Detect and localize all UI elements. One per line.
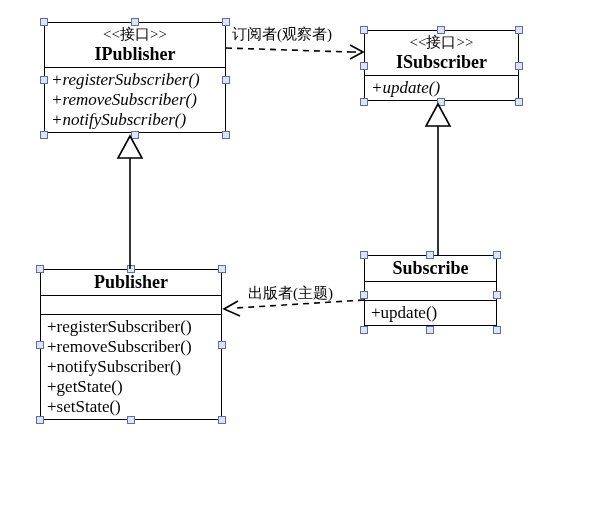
selection-handle — [131, 131, 139, 139]
selection-handle — [222, 131, 230, 139]
selection-handle — [218, 341, 226, 349]
operation: +notifySubscriber() — [51, 110, 219, 130]
selection-handle — [127, 416, 135, 424]
selection-handle — [360, 326, 368, 334]
selection-handle — [515, 98, 523, 106]
class-name: IPublisher — [51, 44, 219, 65]
class-ipublisher[interactable]: <<接口>> IPublisher +registerSubscriber() … — [44, 22, 226, 133]
diagram-canvas: <<接口>> IPublisher +registerSubscriber() … — [0, 0, 602, 519]
selection-handle — [360, 62, 368, 70]
operations: +update() — [365, 75, 518, 100]
selection-handle — [218, 265, 226, 273]
selection-handle — [40, 18, 48, 26]
attributes — [41, 295, 221, 314]
operation: +registerSubscriber() — [51, 70, 219, 90]
operation: +removeSubscriber() — [51, 90, 219, 110]
class-name: Publisher — [47, 272, 215, 293]
edge-publisher-realizes-ipublisher — [118, 136, 142, 269]
class-isubscriber[interactable]: <<接口>> ISubscriber +update() — [364, 30, 519, 101]
selection-handle — [218, 416, 226, 424]
edge-subscribe-realizes-isubscriber — [426, 104, 450, 255]
selection-handle — [222, 18, 230, 26]
selection-handle — [360, 98, 368, 106]
class-publisher[interactable]: Publisher +registerSubscriber() +removeS… — [40, 269, 222, 420]
stereotype: <<接口>> — [371, 33, 512, 52]
selection-handle — [515, 26, 523, 34]
selection-handle — [437, 98, 445, 106]
selection-handle — [36, 265, 44, 273]
selection-handle — [493, 326, 501, 334]
operations: +update() — [365, 300, 496, 325]
operation: +removeSubscriber() — [47, 337, 215, 357]
svg-marker-3 — [118, 136, 142, 158]
operation: +setState() — [47, 397, 215, 417]
class-name: Subscribe — [371, 258, 490, 279]
selection-handle — [515, 62, 523, 70]
edge-label-subscriber: 订阅者(观察者) — [232, 25, 332, 44]
edge-label-publisher: 出版者(主题) — [248, 284, 333, 303]
selection-handle — [426, 251, 434, 259]
class-subscribe[interactable]: Subscribe +update() — [364, 255, 497, 326]
selection-handle — [426, 326, 434, 334]
operation: +registerSubscriber() — [47, 317, 215, 337]
selection-handle — [36, 341, 44, 349]
selection-handle — [40, 76, 48, 84]
selection-handle — [127, 265, 135, 273]
edge-ipublisher-to-isubscriber — [226, 45, 363, 59]
operation: +notifySubscriber() — [47, 357, 215, 377]
selection-handle — [360, 251, 368, 259]
operation: +update() — [371, 78, 512, 98]
svg-line-0 — [226, 48, 350, 52]
selection-handle — [131, 18, 139, 26]
selection-handle — [493, 251, 501, 259]
selection-handle — [360, 291, 368, 299]
class-name: ISubscriber — [371, 52, 512, 73]
attributes — [365, 281, 496, 300]
selection-handle — [36, 416, 44, 424]
stereotype: <<接口>> — [51, 25, 219, 44]
operations: +registerSubscriber() +removeSubscriber(… — [45, 67, 225, 132]
selection-handle — [493, 291, 501, 299]
selection-handle — [437, 26, 445, 34]
operations: +registerSubscriber() +removeSubscriber(… — [41, 314, 221, 419]
selection-handle — [360, 26, 368, 34]
operation: +update() — [371, 303, 490, 323]
svg-marker-5 — [426, 104, 450, 126]
operation: +getState() — [47, 377, 215, 397]
selection-handle — [40, 131, 48, 139]
selection-handle — [222, 76, 230, 84]
